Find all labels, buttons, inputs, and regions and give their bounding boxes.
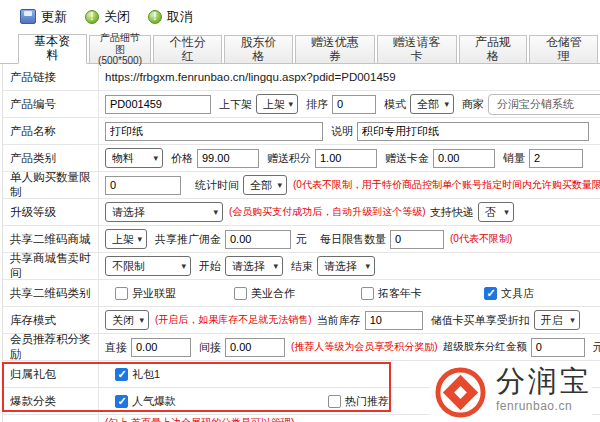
chevron-down-icon: ▾ xyxy=(181,262,186,271)
label-start-time: 开始 xyxy=(199,259,221,274)
label-stat-time: 统计时间 xyxy=(195,178,239,193)
shared-mall-onsale-select[interactable]: 上架 ▾ xyxy=(105,229,147,249)
card-discount-select[interactable]: 开启 ▾ xyxy=(534,310,580,330)
close-button[interactable]: 关闭 xyxy=(85,8,130,26)
checkbox-alliance[interactable] xyxy=(115,287,128,300)
gift-points-input[interactable] xyxy=(315,149,377,168)
label-gift-points: 赠送积分 xyxy=(267,151,311,166)
referral-reward-note: (推荐人等级为会员享受积分奖励) xyxy=(291,340,438,354)
start-time-select[interactable]: 请选择 ▾ xyxy=(225,256,283,276)
label-shared-mall-time: 共享商城售卖时间 xyxy=(3,253,99,279)
label-sort: 排序 xyxy=(306,97,328,112)
share-commission-input[interactable] xyxy=(225,230,291,249)
label-mode: 模式 xyxy=(384,97,406,112)
gift-card-money-input[interactable] xyxy=(433,149,495,168)
checkbox-trending[interactable] xyxy=(328,395,341,408)
label-daily-limit: 每日限售数量 xyxy=(320,232,386,247)
label-current-stock: 当前库存 xyxy=(317,313,361,328)
product-link-value: https://frbgxm.fenrunbao.cn/lingqu.aspx?… xyxy=(105,71,396,83)
clipped-note: (勾上 首页最上边会展现的分类是可以管理) xyxy=(105,416,294,422)
row-shared-qr-mall: 共享二维码商城 上架 ▾ 共享推广佣金 元 每日限售数量 (0代表不限制) xyxy=(3,226,600,253)
label-sales: 销量 xyxy=(503,151,525,166)
checkbox-beauty-label: 美业合作 xyxy=(251,286,295,301)
checkbox-beauty[interactable] xyxy=(234,287,247,300)
label-product-code: 产品编号 xyxy=(3,91,99,117)
label-stock-mode: 库存模式 xyxy=(3,307,99,333)
sales-input[interactable] xyxy=(529,149,583,168)
merchant-select[interactable]: 分润宝分销系统 ▾ xyxy=(488,94,600,115)
sale-time-mode-select[interactable]: 不限制 ▾ xyxy=(105,256,191,276)
chevron-down-icon: ▾ xyxy=(444,100,449,109)
upgrade-level-select[interactable]: 请选择 ▾ xyxy=(105,202,223,222)
sort-input[interactable] xyxy=(332,95,376,114)
checkbox-gift-pack-1[interactable] xyxy=(115,368,128,381)
tab-custom-commission[interactable]: 个性分红 xyxy=(153,35,222,63)
onsale-select[interactable]: 上架 ▾ xyxy=(256,94,298,114)
tab-gift-card[interactable]: 赠送请客卡 xyxy=(377,35,457,63)
checkbox-stationery[interactable] xyxy=(484,287,497,300)
label-clipped xyxy=(3,415,99,422)
checkbox-trending-label: 热门推荐 xyxy=(345,394,389,409)
label-description: 说明 xyxy=(331,124,353,139)
coin-logo-icon xyxy=(434,366,487,419)
stock-mode-select[interactable]: 关闭 ▾ xyxy=(105,310,149,330)
label-yuan-2: 元 xyxy=(593,340,600,355)
brand-text: 分润宝 xyxy=(496,366,592,398)
cancel-icon xyxy=(148,10,162,24)
current-stock-input[interactable] xyxy=(365,311,423,330)
update-button-label: 更新 xyxy=(41,8,67,26)
label-referral-reward: 会员推荐积分奖励 xyxy=(3,334,99,360)
checkbox-popular-hot[interactable] xyxy=(115,395,128,408)
save-disk-icon xyxy=(20,9,36,24)
chevron-down-icon: ▾ xyxy=(137,235,142,244)
label-merchant: 商家 xyxy=(462,97,484,112)
label-express-support: 支持快递 xyxy=(430,205,474,220)
tab-product-spec[interactable]: 产品规格 xyxy=(459,35,528,63)
tab-gift-coupon[interactable]: 赠送优惠券 xyxy=(295,35,375,63)
product-name-input[interactable] xyxy=(105,122,323,141)
end-time-select[interactable]: 请选择 ▾ xyxy=(317,256,375,276)
daily-limit-input[interactable] xyxy=(390,230,444,249)
chevron-down-icon: ▾ xyxy=(153,154,158,163)
daily-limit-note: (0代表不限制) xyxy=(450,232,512,246)
row-product-code: 产品编号 上下架 上架 ▾ 排序 模式 全部 ▾ 商家 分润宝分销系统 ▾ xyxy=(3,91,600,118)
toolbar: 更新 关闭 取消 xyxy=(0,0,600,33)
label-gift-card-money: 赠送卡金 xyxy=(385,151,429,166)
row-shared-mall-time: 共享商城售卖时间 不限制 ▾ 开始 请选择 ▾ 结束 请选择 ▾ xyxy=(3,253,600,280)
label-product-name: 产品名称 xyxy=(3,118,99,144)
chevron-down-icon: ▾ xyxy=(213,208,218,217)
close-button-label: 关闭 xyxy=(104,8,130,26)
stat-time-select[interactable]: 全部 ▾ xyxy=(243,175,287,195)
chevron-down-icon: ▾ xyxy=(277,181,282,190)
label-product-category: 产品类别 xyxy=(3,145,99,171)
super-dividend-input[interactable] xyxy=(531,338,585,357)
express-support-select[interactable]: 否 ▾ xyxy=(478,202,514,222)
product-code-input[interactable] xyxy=(105,95,211,114)
label-upgrade-level: 升级等级 xyxy=(3,199,99,225)
indirect-reward-input[interactable] xyxy=(225,338,285,357)
tab-detail-images[interactable]: 产品细节图 (500*500) xyxy=(89,35,152,63)
tab-bar: 基本资料 产品细节图 (500*500) 个性分红 股东价格 赠送优惠券 赠送请… xyxy=(0,33,600,64)
brand-domain-text: fenrunbao.cn xyxy=(496,399,592,413)
category-select[interactable]: 物料 ▾ xyxy=(105,148,163,168)
checkbox-annual-card[interactable] xyxy=(361,287,374,300)
row-purchase-limit: 单人购买数量限制 统计时间 全部 ▾ (0代表不限制，用于特价商品控制单个账号指… xyxy=(3,172,600,199)
checkbox-alliance-label: 异业联盟 xyxy=(132,286,176,301)
label-shared-qr-category: 共享二维码类别 xyxy=(3,280,99,306)
tab-shareholder-price[interactable]: 股东价格 xyxy=(224,35,293,63)
tab-basic-info[interactable]: 基本资料 xyxy=(18,34,87,64)
description-input[interactable] xyxy=(357,122,589,141)
label-purchase-limit: 单人购买数量限制 xyxy=(3,172,99,198)
mode-select[interactable]: 全部 ▾ xyxy=(410,94,454,114)
row-product-category: 产品类别 物料 ▾ 价格 赠送积分 赠送卡金 销量 xyxy=(3,145,600,172)
upgrade-level-note: (会员购买支付成功后，自动升级到这个等级) xyxy=(229,205,426,219)
price-input[interactable] xyxy=(197,149,259,168)
update-button[interactable]: 更新 xyxy=(20,8,67,26)
label-gift-pack: 归属礼包 xyxy=(3,361,99,387)
cancel-button[interactable]: 取消 xyxy=(148,8,193,26)
row-shared-qr-category: 共享二维码类别 异业联盟 美业合作 拓客年卡 文具店 xyxy=(3,280,600,307)
direct-reward-input[interactable] xyxy=(131,338,191,357)
label-direct: 直接 xyxy=(105,340,127,355)
tab-warehouse[interactable]: 仓储管理 xyxy=(529,35,598,63)
purchase-limit-input[interactable] xyxy=(105,176,181,195)
